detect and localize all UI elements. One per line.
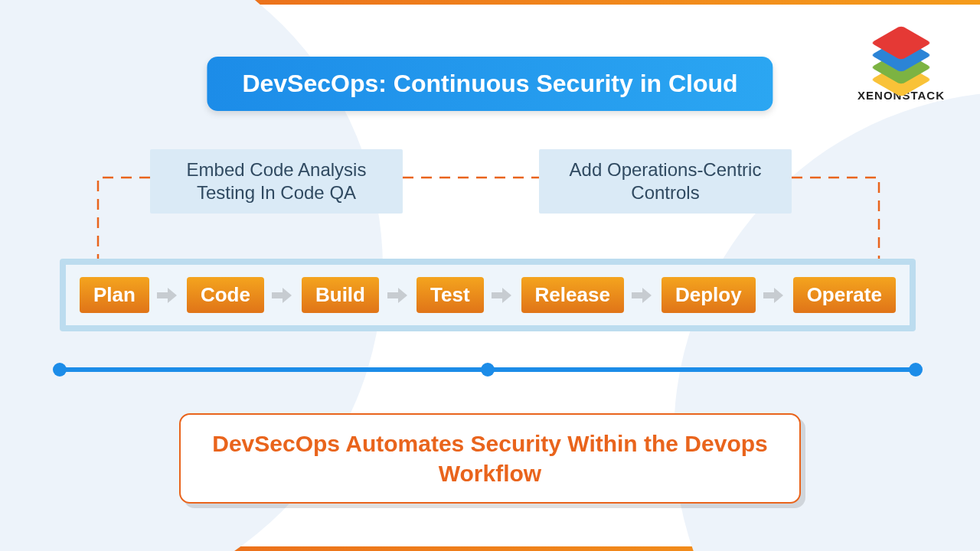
arrow-icon (387, 288, 409, 303)
pipeline-container: Plan Code Build Test Release Deploy Oper… (60, 259, 916, 331)
arrow-icon (157, 288, 178, 303)
summary-callout: DevSecOps Automates Security Within the … (179, 413, 801, 504)
stage-test: Test (416, 277, 484, 313)
timeline-bar (60, 367, 916, 372)
page-title: DevSecOps: Continuous Security in Cloud (207, 57, 773, 111)
brand-logo: XENONSTACK (858, 21, 945, 102)
arrow-icon (763, 288, 785, 303)
stage-deploy: Deploy (662, 277, 756, 313)
stage-code: Code (187, 277, 264, 313)
arrow-icon (272, 288, 293, 303)
stage-plan: Plan (80, 277, 149, 313)
stage-build: Build (302, 277, 379, 313)
timeline-dot-end (909, 363, 923, 377)
info-box-operations-controls: Add Operations-Centric Controls (539, 149, 792, 214)
stack-icon (869, 21, 933, 86)
stage-operate: Operate (793, 277, 896, 313)
info-box-code-analysis: Embed Code Analysis Testing In Code QA (150, 149, 403, 214)
arrow-icon (632, 288, 653, 303)
stage-release: Release (521, 277, 624, 313)
timeline-dot-start (53, 363, 67, 377)
timeline-dot-middle (481, 363, 495, 377)
arrow-icon (492, 288, 513, 303)
